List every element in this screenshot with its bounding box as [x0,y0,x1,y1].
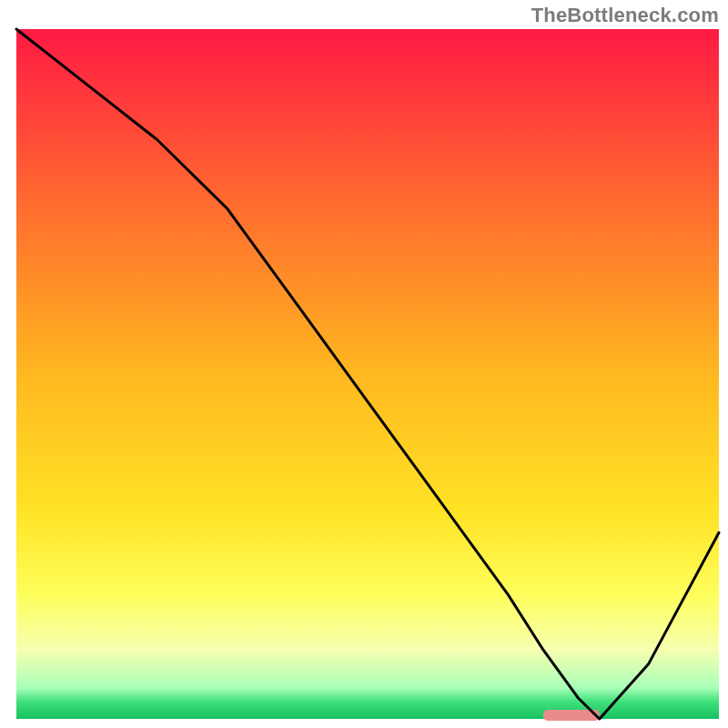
chart-svg [0,0,728,728]
bottleneck-chart: TheBottleneck.com [0,0,728,728]
heatmap-background [16,29,719,719]
watermark-text: TheBottleneck.com [531,4,719,27]
